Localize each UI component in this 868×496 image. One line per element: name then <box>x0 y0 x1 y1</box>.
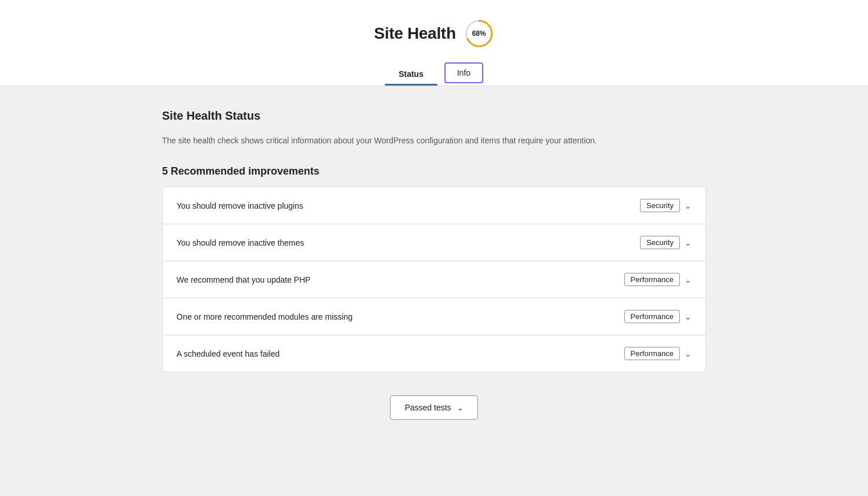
improvements-list: You should remove inactive plugins Secur… <box>162 187 706 372</box>
item-label: We recommend that you update PHP <box>176 275 311 284</box>
health-score-label: 68% <box>472 29 486 38</box>
item-right: Performance ⌄ <box>624 273 692 286</box>
passed-tests-container: Passed tests ⌄ <box>162 395 706 420</box>
chevron-down-icon: ⌄ <box>685 202 692 210</box>
table-row[interactable]: You should remove inactive themes Securi… <box>163 224 705 261</box>
item-label: You should remove inactive themes <box>176 238 304 247</box>
item-tag: Security <box>640 236 680 249</box>
item-label: One or more recommended modules are miss… <box>176 312 352 321</box>
table-row[interactable]: A scheduled event has failed Performance… <box>163 335 705 372</box>
item-tag: Security <box>640 199 680 212</box>
tab-status[interactable]: Status <box>385 62 437 86</box>
description-text: The site health check shows critical inf… <box>162 134 706 147</box>
chevron-down-icon: ⌄ <box>685 239 692 247</box>
section-title: Site Health Status <box>162 109 706 123</box>
improvements-title: 5 Recommended improvements <box>162 165 706 177</box>
title-row: Site Health 68% <box>374 18 494 49</box>
table-row[interactable]: One or more recommended modules are miss… <box>163 298 705 335</box>
item-label: You should remove inactive plugins <box>176 201 303 210</box>
chevron-down-icon: ⌄ <box>457 404 464 412</box>
health-score-circle: 68% <box>464 18 494 49</box>
tab-info[interactable]: Info <box>444 62 483 83</box>
page-title: Site Health <box>374 24 455 43</box>
item-right: Security ⌄ <box>640 199 692 212</box>
chevron-down-icon: ⌄ <box>685 350 692 358</box>
item-right: Security ⌄ <box>640 236 692 249</box>
table-row[interactable]: You should remove inactive plugins Secur… <box>163 187 705 224</box>
tab-bar: Status Info <box>385 62 483 86</box>
passed-tests-button[interactable]: Passed tests ⌄ <box>390 395 477 420</box>
item-label: A scheduled event has failed <box>176 349 279 358</box>
chevron-down-icon: ⌄ <box>685 313 692 321</box>
item-right: Performance ⌄ <box>624 310 692 323</box>
item-tag: Performance <box>624 347 680 360</box>
item-right: Performance ⌄ <box>624 347 692 360</box>
item-tag: Performance <box>624 310 680 323</box>
chevron-down-icon: ⌄ <box>685 276 692 284</box>
item-tag: Performance <box>624 273 680 286</box>
table-row[interactable]: We recommend that you update PHP Perform… <box>163 261 705 298</box>
passed-tests-label: Passed tests <box>404 403 451 412</box>
main-content: Site Health Status The site health check… <box>150 86 718 443</box>
page-header: Site Health 68% Status Info <box>0 0 868 86</box>
